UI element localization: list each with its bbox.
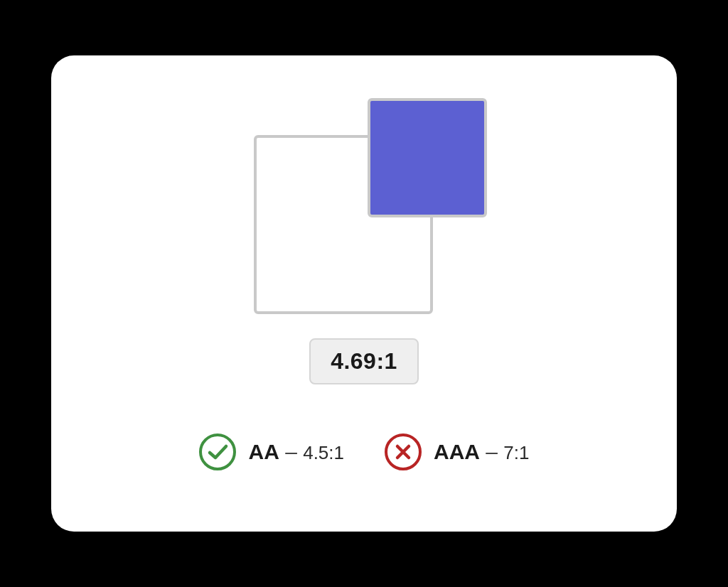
check-icon xyxy=(198,433,237,471)
aa-separator: – xyxy=(279,440,303,463)
aaa-level-label: AAA xyxy=(434,440,480,463)
svg-point-0 xyxy=(200,435,235,469)
aa-compliance-item: AA – 4.5:1 xyxy=(198,433,344,471)
aaa-compliance-text: AAA – 7:1 xyxy=(434,440,530,464)
compliance-row: AA – 4.5:1 AAA – 7:1 xyxy=(198,433,529,471)
color-swatch-preview xyxy=(254,98,488,318)
foreground-color-swatch xyxy=(368,98,487,217)
contrast-ratio-value: 4.69:1 xyxy=(309,338,419,384)
x-icon xyxy=(384,433,422,471)
aaa-compliance-item: AAA – 7:1 xyxy=(384,433,530,471)
contrast-card: 4.69:1 AA – 4.5:1 AAA – 7:1 xyxy=(51,55,677,532)
aa-level-label: AA xyxy=(248,440,279,463)
aa-requirement: 4.5:1 xyxy=(303,442,344,463)
aaa-separator: – xyxy=(480,440,503,463)
aa-compliance-text: AA – 4.5:1 xyxy=(248,440,344,464)
aaa-requirement: 7:1 xyxy=(503,442,529,463)
